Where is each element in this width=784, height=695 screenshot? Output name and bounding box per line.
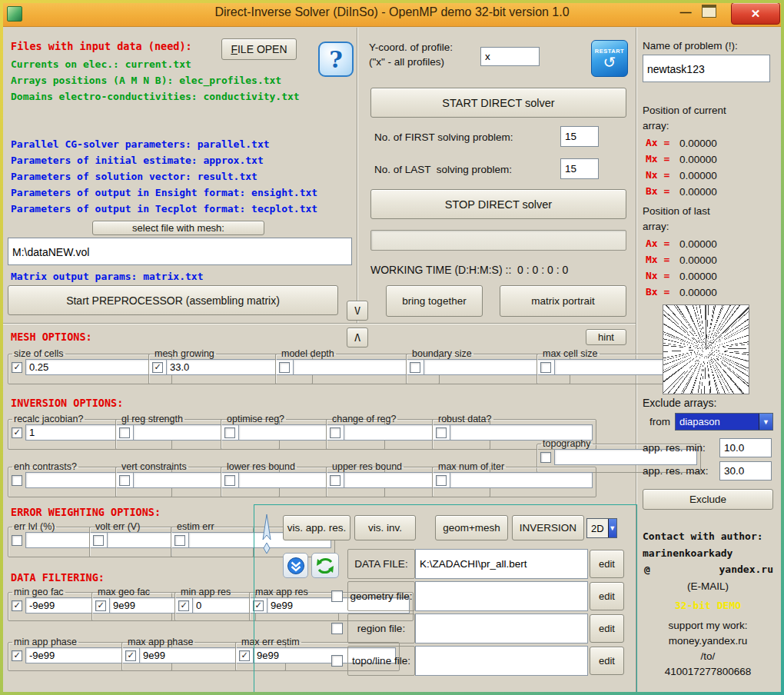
checkbox[interactable]: ✓ xyxy=(12,600,22,611)
checkbox[interactable]: ✓ xyxy=(178,600,189,611)
checkbox[interactable] xyxy=(93,535,104,546)
stop-direct-solver-button[interactable]: STOP DIRECT solver xyxy=(370,189,626,219)
value-input[interactable] xyxy=(450,472,593,488)
coord-value: 0.00000 xyxy=(679,254,717,266)
from-label: from xyxy=(649,416,670,427)
checkbox[interactable] xyxy=(279,362,290,373)
help-button[interactable]: ? xyxy=(318,42,354,77)
close-button[interactable]: ✕ xyxy=(731,2,780,25)
group-label: max cell size xyxy=(541,348,600,359)
checkbox[interactable] xyxy=(330,427,341,438)
data-filtering-heading: DATA FILTERING: xyxy=(11,571,105,584)
topo-file-label: topo/line file: xyxy=(347,646,415,676)
restart-button[interactable]: RESTART ↺ xyxy=(591,40,628,77)
geometry-file-edit-button[interactable]: edit xyxy=(590,582,624,610)
last-array-label: Position of last xyxy=(643,205,710,217)
group-label: estim err xyxy=(175,521,216,532)
last-problem-input[interactable] xyxy=(560,158,599,179)
group-size-of-cells: size of cells ✓ xyxy=(8,348,172,384)
group-label: vert constraints xyxy=(120,461,188,472)
region-file-checkbox[interactable] xyxy=(331,623,343,634)
checkbox[interactable] xyxy=(119,475,130,486)
error-weighting-heading: ERROR WEIGHTING OPTIONS: xyxy=(11,506,161,518)
checkbox[interactable] xyxy=(330,475,341,486)
vis-inv-button[interactable]: vis. inv. xyxy=(354,515,416,540)
collapse-button[interactable]: V xyxy=(347,301,368,321)
checkbox[interactable] xyxy=(436,475,447,486)
checkbox[interactable] xyxy=(174,535,185,546)
checkbox[interactable] xyxy=(410,362,420,373)
value-input[interactable] xyxy=(25,359,168,375)
vis-app-res-button[interactable]: vis. app. res. xyxy=(283,515,350,540)
email-note: (E-MAIL) xyxy=(643,580,773,592)
start-direct-solver-button[interactable]: START DIRECT solver xyxy=(370,88,626,118)
expand-button[interactable]: Λ xyxy=(347,328,368,348)
window-title: Direct-Inverse Solver (DiInSo) - OpenMP … xyxy=(0,5,784,19)
topo-file-checkbox[interactable] xyxy=(331,655,343,667)
select-mesh-button[interactable]: select file with mesh: xyxy=(92,221,264,235)
matrix-portrait-button[interactable]: matrix portrait xyxy=(500,285,626,317)
minimize-button[interactable]: — xyxy=(678,4,693,19)
checkbox[interactable]: ✓ xyxy=(12,650,22,661)
param-file-line: Parallel CG-solver parameters: parallel.… xyxy=(11,138,270,150)
problem-name-input[interactable] xyxy=(643,55,770,82)
matrix-output-line: Matrix output params: matrix.txt xyxy=(11,271,203,282)
geometry-file-checkbox[interactable] xyxy=(331,590,343,602)
group-max-num-of-iter: max num of iter xyxy=(432,461,596,497)
checkbox[interactable]: ✓ xyxy=(125,650,136,661)
coord-value: 0.00000 xyxy=(679,238,717,250)
file-open-button[interactable]: FILE OPEN xyxy=(221,38,297,60)
first-problem-input[interactable] xyxy=(560,126,599,147)
checkbox[interactable]: ✓ xyxy=(12,362,22,373)
download-results-button[interactable] xyxy=(283,553,308,578)
mesh-options-heading: MESH OPTIONS: xyxy=(11,331,92,343)
group-label: max geo fac xyxy=(96,587,151,597)
hint-button[interactable]: hint xyxy=(586,329,626,345)
mesh-file-input[interactable] xyxy=(8,238,352,265)
dimension-select[interactable]: 2D ▼ xyxy=(586,518,617,538)
group-label: max app phase xyxy=(126,637,194,647)
contact-name: marinenkoarkady xyxy=(643,547,733,559)
data-file-input[interactable] xyxy=(415,549,588,579)
checkbox[interactable] xyxy=(540,362,551,373)
group-label: min app res xyxy=(179,587,232,597)
checkbox[interactable] xyxy=(12,475,22,486)
app-res-max-input[interactable] xyxy=(719,461,772,481)
checkbox[interactable] xyxy=(436,427,447,438)
y-coord-note: ("x" - all profiles) xyxy=(369,56,444,68)
start-preprocessor-button[interactable]: Start PREPROCESSOR (assembling matrix) xyxy=(8,285,338,315)
group-label: optimise reg? xyxy=(225,414,286,424)
topo-file-edit-button[interactable]: edit xyxy=(590,647,624,675)
group-label: topography xyxy=(541,438,593,449)
region-file-input[interactable] xyxy=(415,614,588,643)
maximize-button[interactable] xyxy=(702,5,716,18)
group-label: min geo fac xyxy=(12,587,65,597)
checkbox[interactable] xyxy=(12,535,22,546)
last-problem-label: No. of LAST solving problem: xyxy=(374,164,512,175)
refresh-button[interactable] xyxy=(311,553,339,578)
geom-mesh-button[interactable]: geom+mesh xyxy=(435,515,508,540)
geometry-file-input[interactable] xyxy=(415,581,588,611)
checkbox[interactable] xyxy=(119,427,130,438)
inversion-options-heading: INVERSION OPTIONS: xyxy=(11,397,123,409)
inversion-button[interactable]: INVERSION xyxy=(512,515,584,540)
files-heading: Files with input data (need): xyxy=(11,40,192,52)
checkbox[interactable]: ✓ xyxy=(95,600,106,611)
app-res-min-input[interactable] xyxy=(719,438,772,457)
topo-file-input[interactable] xyxy=(415,646,588,676)
bring-together-button[interactable]: bring together xyxy=(386,285,483,317)
checkbox[interactable]: ✓ xyxy=(239,650,250,661)
group-label: gl reg strength xyxy=(120,414,184,424)
y-coord-input[interactable] xyxy=(480,47,540,66)
group-label: recalc jacobian? xyxy=(12,414,85,424)
diapason-select[interactable]: diapason ▼ xyxy=(675,413,773,431)
checkbox[interactable]: ✓ xyxy=(152,362,163,373)
checkbox[interactable]: ✓ xyxy=(12,427,22,438)
data-file-edit-button[interactable]: edit xyxy=(590,550,624,578)
checkbox[interactable] xyxy=(224,475,235,486)
exclude-button[interactable]: Exclude xyxy=(643,489,773,510)
support-line: money.yandex.ru xyxy=(643,635,773,647)
region-file-edit-button[interactable]: edit xyxy=(590,614,624,643)
horizontal-divider xyxy=(3,323,636,324)
checkbox[interactable] xyxy=(224,427,235,438)
